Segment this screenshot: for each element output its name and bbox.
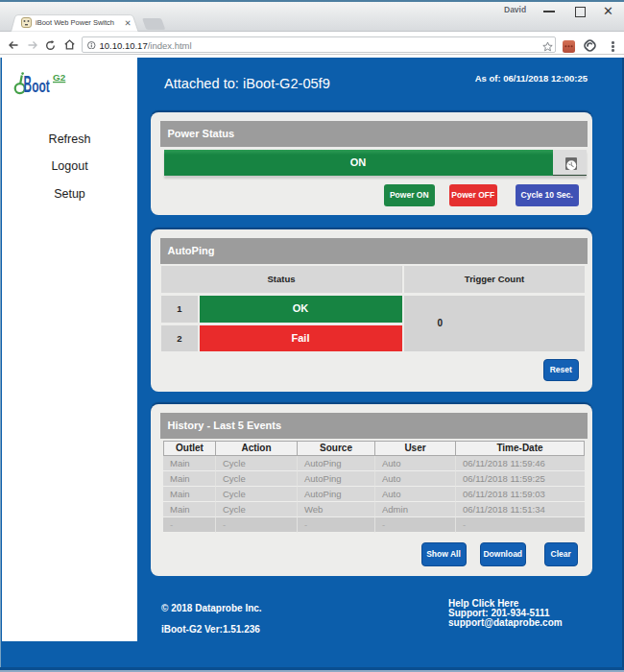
- svg-text:oot: oot: [32, 76, 50, 96]
- svg-text:B: B: [24, 71, 32, 97]
- svg-text:G2: G2: [53, 73, 65, 83]
